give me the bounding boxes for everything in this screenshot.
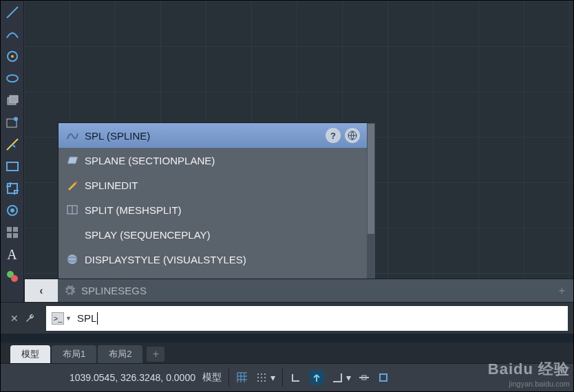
pencil-icon: [65, 178, 79, 192]
svg-point-29: [261, 380, 262, 382]
tool-color-icon[interactable]: [3, 268, 21, 285]
tool-rectangle-icon[interactable]: [3, 157, 21, 175]
autocomplete-item[interactable]: [59, 272, 367, 279]
help-icon[interactable]: ?: [326, 128, 341, 143]
blank-icon: [65, 228, 79, 241]
autocomplete-label: SPLINEDIT: [85, 179, 138, 191]
dropdown-icon[interactable]: ▼: [65, 315, 72, 322]
coordinates-display: 1039.0545, 326.3248, 0.0000: [70, 372, 195, 383]
osnap-icon[interactable]: ▾: [331, 371, 351, 384]
autocomplete-popup: SPL (SPLINE) ? SPLANE (SECTIONPLANE) SPL…: [58, 122, 368, 279]
svg-point-24: [264, 373, 266, 375]
globe-icon: [65, 252, 79, 266]
wrench-icon[interactable]: [24, 312, 36, 325]
autocomplete-item[interactable]: SPLIT (MESHSPLIT): [59, 197, 367, 222]
spline-icon: [65, 129, 79, 142]
tool-box-icon[interactable]: [3, 91, 21, 109]
svg-point-6: [14, 117, 18, 121]
svg-point-26: [261, 377, 262, 378]
layout-tabs: 模型 布局1 布局2 +: [1, 342, 573, 363]
gear-icon[interactable]: [63, 285, 76, 297]
autocomplete-item[interactable]: SPLINEDIT: [59, 173, 367, 197]
autocomplete-label: DISPLAYSTYLE (VISUALSTYLES): [85, 254, 246, 265]
add-tab-button[interactable]: +: [147, 347, 164, 362]
tool-circle-icon[interactable]: [3, 47, 21, 65]
split-icon: [65, 203, 79, 217]
globe-icon[interactable]: [345, 128, 360, 143]
svg-point-28: [257, 380, 259, 382]
polar-icon[interactable]: [309, 370, 324, 385]
tool-measure-icon[interactable]: [3, 135, 21, 153]
plane-icon: [65, 153, 79, 167]
grid-toggle-icon[interactable]: [236, 371, 248, 384]
svg-rect-8: [8, 184, 17, 193]
svg-point-27: [264, 377, 266, 378]
svg-point-10: [10, 208, 14, 213]
svg-rect-7: [7, 162, 18, 171]
autocomplete-item[interactable]: SPLANE (SECTIONPLANE): [59, 148, 367, 173]
svg-rect-13: [7, 233, 12, 238]
svg-rect-4: [10, 96, 18, 102]
svg-rect-11: [7, 227, 12, 232]
tool-ellipse-icon[interactable]: [3, 69, 21, 87]
autocomplete-item[interactable]: SPL (SPLINE) ?: [59, 123, 367, 148]
svg-rect-14: [13, 233, 18, 238]
svg-rect-33: [380, 374, 387, 381]
left-toolbar: A: [1, 1, 24, 302]
autocomplete-item[interactable]: SPLAY (SEQUENCEPLAY): [59, 222, 367, 247]
autocomplete-help-icons: ?: [326, 128, 360, 143]
autocomplete-label: SPLAY (SEQUENCEPLAY): [85, 229, 211, 241]
expand-plus-button[interactable]: +: [559, 285, 565, 297]
tool-grid-icon[interactable]: [3, 224, 21, 241]
svg-point-22: [257, 373, 259, 375]
svg-point-16: [11, 275, 18, 282]
svg-rect-12: [13, 227, 18, 232]
autocomplete-label: SPLANE (SECTIONPLANE): [85, 155, 215, 166]
grid-display-icon[interactable]: ▾: [255, 371, 275, 384]
svg-point-1: [11, 55, 14, 58]
prompt-icon: >_: [52, 312, 64, 325]
command-line-row: ✕ >_ ▼ SPL: [1, 302, 573, 334]
svg-point-25: [257, 377, 259, 378]
ortho-icon[interactable]: [290, 371, 302, 384]
tab-model[interactable]: 模型: [10, 345, 50, 363]
svg-point-23: [261, 373, 262, 375]
tool-polygon-icon[interactable]: [3, 113, 21, 131]
expand-left-button[interactable]: ‹: [25, 279, 58, 302]
autocomplete-item[interactable]: DISPLAYSTYLE (VISUALSTYLES): [59, 247, 367, 272]
text-caret: [97, 312, 98, 325]
lineweight-icon[interactable]: [377, 371, 390, 384]
model-space-button[interactable]: 模型: [202, 371, 222, 384]
svg-point-2: [7, 75, 18, 82]
svg-point-30: [264, 380, 266, 382]
tool-line-icon[interactable]: [3, 3, 21, 21]
otrack-icon[interactable]: [358, 371, 370, 384]
tool-text-icon[interactable]: A: [3, 246, 21, 263]
autocomplete-label: SPL (SPLINE): [85, 130, 150, 142]
scrollbar-thumb[interactable]: [368, 124, 374, 234]
command-history-row: ‹ SPLINESEGS +: [25, 279, 573, 302]
tool-crop-icon[interactable]: [3, 179, 21, 197]
command-input[interactable]: >_ ▼ SPL: [46, 306, 568, 331]
tab-layout1[interactable]: 布局1: [52, 345, 96, 363]
close-icon[interactable]: ✕: [10, 313, 19, 324]
autocomplete-label: SPLIT (MESHSPLIT): [85, 204, 182, 216]
svg-point-20: [67, 254, 77, 264]
tool-arc-icon[interactable]: [3, 25, 21, 43]
status-bar: 1039.0545, 326.3248, 0.0000 模型 ▾ ▾: [1, 363, 573, 391]
tool-camera-icon[interactable]: [3, 202, 21, 219]
command-history-text: SPLINESEGS: [81, 285, 559, 296]
tab-layout2[interactable]: 布局2: [98, 345, 142, 363]
autocomplete-scrollbar[interactable]: [367, 123, 375, 279]
command-text: SPL: [77, 312, 96, 324]
